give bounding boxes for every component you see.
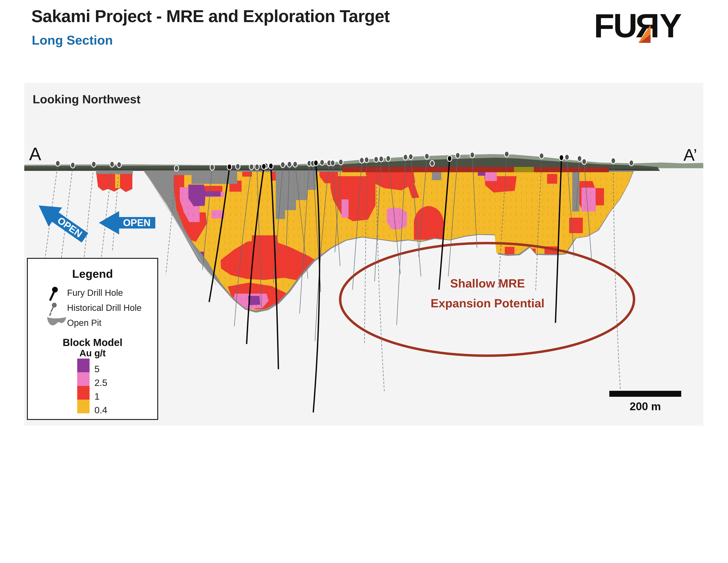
open-arrow-label: OPEN bbox=[123, 217, 151, 228]
left-pocket-red-blocks bbox=[96, 174, 132, 192]
drill-collar bbox=[611, 158, 615, 164]
drill-collar bbox=[360, 157, 364, 163]
drill-collar bbox=[314, 160, 318, 166]
drill-collar bbox=[255, 164, 259, 170]
drill-collar bbox=[565, 154, 569, 160]
drill-collar bbox=[110, 161, 114, 167]
drill-collar bbox=[320, 160, 324, 165]
drill-collar bbox=[56, 160, 60, 166]
drill-collar bbox=[117, 162, 121, 167]
block-model-title: Block Model bbox=[28, 337, 157, 349]
drill-collar bbox=[386, 156, 390, 161]
drill-collar bbox=[210, 164, 214, 170]
drill-collar bbox=[577, 156, 582, 161]
drill-collar bbox=[262, 164, 266, 169]
legend-item-label: Open Pit bbox=[67, 318, 101, 328]
drill-collar bbox=[447, 156, 452, 161]
legend-item-fury-drill-hole: Fury Drill Hole bbox=[28, 287, 157, 300]
drill-collar bbox=[287, 161, 292, 167]
left-pocket-pit-cap bbox=[96, 170, 133, 174]
legend-title: Legend bbox=[28, 267, 157, 280]
view-direction-label: Looking Northwest bbox=[33, 92, 141, 106]
open-pit-icon bbox=[38, 314, 69, 330]
grade-label: 1 bbox=[94, 391, 99, 402]
drill-collar bbox=[71, 162, 75, 168]
surface-outcrop-strip bbox=[342, 167, 609, 172]
drill-collar bbox=[409, 154, 413, 160]
drill-collar bbox=[403, 154, 408, 160]
grade-swatch bbox=[77, 359, 90, 372]
grade-swatch bbox=[77, 386, 90, 400]
block-model-units: Au g/t bbox=[28, 348, 157, 359]
expansion-annotation: Shallow MRE Expansion Potential bbox=[377, 273, 598, 313]
drill-collar bbox=[425, 153, 429, 159]
drill-collar bbox=[92, 161, 96, 167]
drill-collar bbox=[539, 153, 544, 159]
drill-collar bbox=[269, 163, 273, 169]
drill-collar bbox=[379, 156, 383, 162]
drill-collar bbox=[174, 165, 179, 171]
grade-label: 0.4 bbox=[94, 405, 107, 416]
section-line-end-label: A’ bbox=[683, 145, 697, 164]
section-line-start-label: A bbox=[29, 143, 41, 164]
drill-collar bbox=[330, 160, 335, 166]
grade-label: 2.5 bbox=[94, 378, 107, 388]
drill-collar bbox=[236, 164, 240, 169]
legend-item-label: Fury Drill Hole bbox=[67, 288, 123, 298]
drill-collar bbox=[339, 159, 343, 165]
legend-box: Legend Fury Drill Hole Historical Drill … bbox=[27, 258, 158, 420]
legend-item-historical-drill-hole: Historical Drill Hole bbox=[28, 302, 157, 315]
drill-collar bbox=[456, 152, 460, 158]
drill-collar bbox=[374, 156, 378, 162]
scale-bar bbox=[609, 391, 681, 397]
drill-collar bbox=[364, 157, 369, 163]
drill-collar bbox=[559, 155, 564, 160]
annotation-line-1: Shallow MRE bbox=[377, 273, 598, 293]
grade-swatch bbox=[77, 400, 90, 413]
drill-collar bbox=[430, 160, 434, 166]
grade-swatch bbox=[77, 372, 90, 386]
grade-label: 5 bbox=[94, 364, 99, 375]
legend-item-label: Historical Drill Hole bbox=[67, 303, 142, 313]
drill-collar bbox=[281, 162, 285, 167]
open-arrow-left: OPEN bbox=[99, 210, 156, 235]
drill-collar bbox=[505, 151, 509, 157]
drill-collar bbox=[470, 152, 475, 158]
drill-collar bbox=[293, 161, 297, 167]
drill-collar bbox=[227, 164, 232, 170]
drill-collar bbox=[629, 160, 634, 166]
scale-bar-label: 200 m bbox=[609, 400, 681, 413]
legend-item-open-pit: Open Pit bbox=[28, 317, 157, 330]
annotation-line-2: Expansion Potential bbox=[377, 293, 598, 313]
drill-collar bbox=[249, 164, 254, 170]
drill-collar bbox=[582, 159, 586, 164]
page: Sakami Project - MRE and Exploration Tar… bbox=[0, 0, 728, 563]
